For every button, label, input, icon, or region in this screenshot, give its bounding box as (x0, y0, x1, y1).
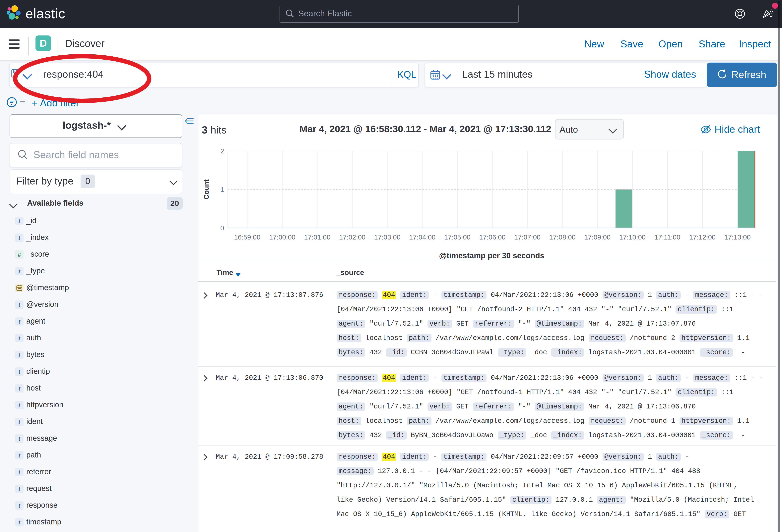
svg-text:@timestamp per 30 seconds: @timestamp per 30 seconds (439, 251, 544, 260)
svg-text:17:05:00: 17:05:00 (444, 233, 470, 241)
svg-text:17:07:00: 17:07:00 (514, 233, 540, 241)
svg-text:2: 2 (220, 147, 224, 155)
svg-text:17:06:00: 17:06:00 (479, 233, 505, 241)
svg-text:17:08:00: 17:08:00 (549, 233, 575, 241)
svg-text:17:10:00: 17:10:00 (619, 233, 645, 241)
svg-text:1: 1 (220, 186, 224, 193)
svg-text:17:03:00: 17:03:00 (374, 233, 400, 241)
svg-text:16:59:00: 16:59:00 (234, 233, 260, 241)
svg-text:17:00:00: 17:00:00 (269, 233, 295, 241)
svg-text:17:01:00: 17:01:00 (304, 233, 330, 241)
svg-text:Count: Count (202, 179, 210, 199)
svg-text:0: 0 (220, 224, 224, 232)
svg-text:17:13:00: 17:13:00 (724, 233, 750, 241)
svg-text:17:12:00: 17:12:00 (689, 233, 716, 241)
svg-text:17:02:00: 17:02:00 (339, 233, 365, 241)
svg-text:17:09:00: 17:09:00 (584, 233, 610, 241)
svg-text:17:11:00: 17:11:00 (654, 233, 680, 241)
svg-text:17:04:00: 17:04:00 (409, 233, 435, 241)
